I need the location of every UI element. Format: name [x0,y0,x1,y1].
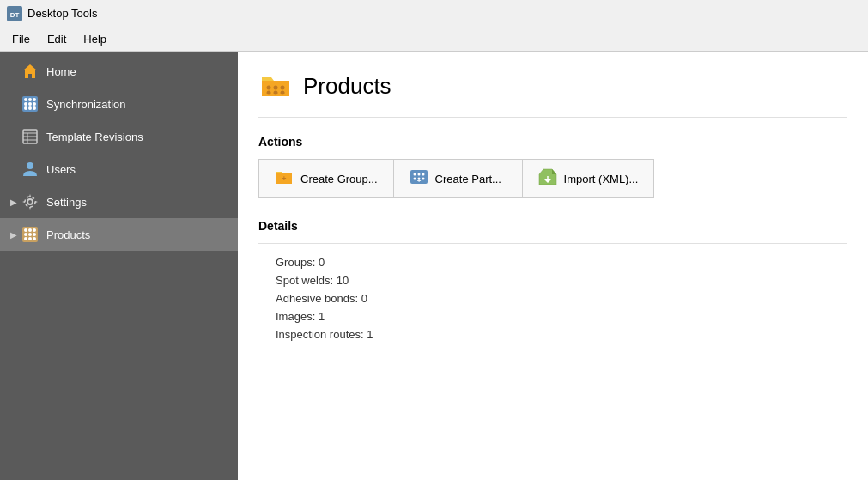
svg-point-6 [33,98,36,101]
create-group-label: Create Group... [300,173,378,185]
app-title: Desktop Tools [27,7,97,20]
svg-point-33 [281,86,285,90]
actions-row: + Create Group... [258,159,654,198]
detail-groups-label: Groups: [276,256,315,269]
sidebar-label-synchronization: Synchronization [46,98,126,111]
details-label: Details [258,219,847,233]
sidebar-label-home: Home [46,65,76,78]
sidebar-item-products[interactable]: ▶ Products [0,218,238,251]
svg-point-23 [28,228,32,232]
sidebar-item-synchronization[interactable]: ▶ Synchronization [0,88,238,120]
sidebar-item-home[interactable]: ▶ Home [0,55,238,88]
import-xml-icon [538,168,557,189]
svg-point-42 [413,178,416,180]
svg-point-32 [274,86,278,90]
template-icon [21,127,39,146]
svg-text:+: + [282,174,286,183]
products-icon [21,225,39,244]
actions-label: Actions [258,135,847,149]
page-header: Products [258,69,847,118]
svg-point-5 [28,98,32,101]
sidebar-label-settings: Settings [46,196,87,209]
page-title: Products [303,73,392,100]
svg-point-44 [422,178,424,180]
svg-point-30 [33,237,36,240]
create-part-button[interactable]: + Create Part... [394,160,523,197]
sidebar-arrow-products: ▶ [10,230,17,240]
detail-images-value: 1 [319,310,325,323]
svg-point-10 [24,106,27,110]
sidebar: ▶ Home ▶ [0,52,238,480]
svg-point-35 [274,91,278,95]
details-table: Groups: 0 Spot welds: 10 Adhesive bonds:… [276,256,847,341]
svg-point-36 [281,91,285,95]
svg-point-26 [28,233,32,236]
sidebar-item-settings[interactable]: ▶ Settings [0,185,238,218]
main-layout: ▶ Home ▶ [0,52,868,480]
sidebar-label-products: Products [46,228,90,241]
create-group-button[interactable]: + Create Group... [259,160,394,197]
svg-point-28 [24,237,27,240]
detail-inspection-routes: Inspection routes: 1 [276,328,847,341]
detail-adhesive-bonds-label: Adhesive bonds: [276,292,358,305]
sidebar-arrow-settings: ▶ [10,197,17,207]
svg-point-9 [33,102,36,106]
settings-icon [21,192,39,211]
svg-point-27 [33,233,36,236]
content-area: Products Actions + Create Group... [238,52,868,480]
sync-icon [21,94,39,113]
create-part-label: Create Part... [435,173,501,185]
detail-inspection-routes-label: Inspection routes: [276,328,364,341]
menu-help[interactable]: Help [75,29,115,49]
svg-point-19 [27,199,33,204]
menu-edit[interactable]: Edit [39,29,75,49]
import-xml-label: Import (XML)... [564,173,639,185]
users-icon [21,160,39,179]
svg-point-25 [24,233,27,236]
svg-point-39 [413,173,416,176]
svg-point-4 [24,98,27,101]
home-icon [21,62,39,81]
svg-point-40 [417,173,420,176]
detail-spot-welds: Spot welds: 10 [276,274,847,287]
svg-point-7 [24,102,27,106]
svg-point-29 [28,237,32,240]
sidebar-item-users[interactable]: ▶ Users [0,153,238,185]
detail-images-label: Images: [276,310,315,323]
menu-file[interactable]: File [3,29,39,49]
svg-point-31 [267,86,271,90]
detail-adhesive-bonds: Adhesive bonds: 0 [276,292,847,305]
detail-groups: Groups: 0 [276,256,847,269]
sidebar-item-template-revisions[interactable]: ▶ Template Revisions [0,120,238,153]
svg-text:DT: DT [10,11,20,19]
svg-point-22 [24,228,27,232]
import-xml-button[interactable]: Import (XML)... [523,160,654,197]
sidebar-label-template: Template Revisions [46,131,143,143]
actions-section: Actions + Create Group... [258,135,847,198]
detail-groups-value: 0 [319,256,325,269]
svg-point-34 [267,91,271,95]
svg-point-8 [28,102,32,106]
details-divider [258,243,847,244]
svg-point-11 [28,106,32,110]
details-section: Details Groups: 0 Spot welds: 10 Adhesiv… [258,219,847,341]
detail-spot-welds-value: 10 [337,274,349,287]
menu-bar: File Edit Help [0,27,868,52]
detail-inspection-routes-value: 1 [367,328,373,341]
detail-spot-welds-label: Spot welds: [276,274,333,287]
svg-point-12 [33,106,36,110]
app-icon: DT [7,6,22,21]
svg-marker-2 [23,64,37,78]
sidebar-label-users: Users [46,163,76,176]
create-part-icon: + [410,168,428,189]
svg-point-18 [27,162,33,169]
detail-images: Images: 1 [276,310,847,323]
svg-point-24 [33,228,36,232]
detail-adhesive-bonds-value: 0 [361,292,367,305]
title-bar: DT Desktop Tools [0,0,868,27]
create-group-icon: + [275,168,294,189]
svg-text:+: + [416,177,421,185]
svg-point-20 [25,197,35,207]
page-header-icon [258,69,293,103]
svg-point-41 [422,173,424,176]
